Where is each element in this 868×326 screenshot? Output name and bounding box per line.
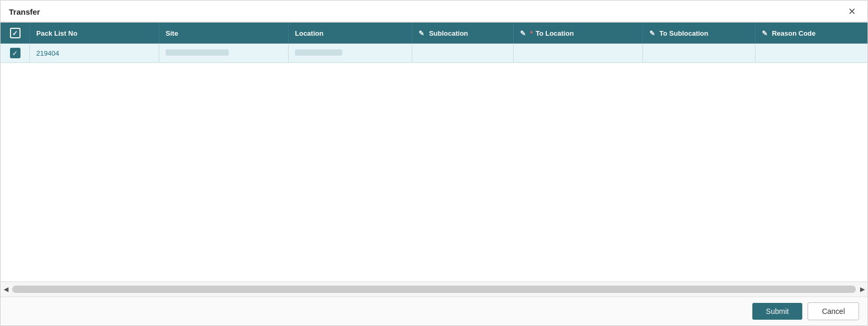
required-star: * (530, 30, 533, 37)
col-pack-list-no-label: Pack List No (36, 29, 77, 37)
col-sublocation: ✎ Sublocation (412, 23, 513, 44)
cell-location (289, 44, 412, 63)
horizontal-scrollbar[interactable]: ◀ ▶ (1, 281, 867, 297)
table-header-row: ✓ Pack List No Site Location ✎ Sublocati… (1, 23, 867, 44)
col-location: Location (289, 23, 412, 44)
col-location-label: Location (295, 29, 323, 37)
modal-title: Transfer (9, 7, 40, 16)
col-reason-code-label: Reason Code (772, 29, 815, 37)
col-to-location-label: To Location (536, 29, 574, 37)
col-sublocation-label: Sublocation (429, 29, 468, 37)
scrollbar-track[interactable] (12, 286, 856, 293)
table-row: ✓ 219404 (1, 44, 867, 63)
modal-footer: Submit Cancel (1, 297, 867, 325)
header-checkbox-cell[interactable]: ✓ (1, 23, 30, 44)
col-site-label: Site (166, 29, 178, 37)
cell-to-location (513, 44, 642, 63)
col-to-sublocation-label: To Sublocation (659, 29, 708, 37)
col-site: Site (159, 23, 289, 44)
select-all-checkbox[interactable]: ✓ (10, 28, 21, 38)
cell-pack-list-no: 219404 (30, 44, 159, 63)
cell-sublocation (412, 44, 513, 63)
pack-list-no-value: 219404 (36, 49, 59, 57)
edit-to-location-icon: ✎ (520, 29, 526, 37)
edit-to-sublocation-icon: ✎ (649, 29, 655, 37)
transfer-table: ✓ Pack List No Site Location ✎ Sublocati… (1, 23, 867, 63)
edit-sublocation-icon: ✎ (418, 29, 424, 37)
cell-to-sublocation (642, 44, 755, 63)
col-to-sublocation: ✎ To Sublocation (642, 23, 755, 44)
cell-reason-code (755, 44, 867, 63)
col-pack-list-no: Pack List No (30, 23, 159, 44)
table-container: ✓ Pack List No Site Location ✎ Sublocati… (1, 22, 867, 281)
cell-site (159, 44, 289, 63)
transfer-modal: Transfer ✕ ✓ Pack List No Site Location (0, 0, 868, 326)
edit-reason-icon: ✎ (762, 29, 768, 37)
site-masked-value (166, 49, 229, 56)
scroll-left-arrow[interactable]: ◀ (1, 284, 11, 295)
location-masked-value (295, 49, 342, 56)
cancel-button[interactable]: Cancel (808, 302, 859, 320)
scroll-right-arrow[interactable]: ▶ (857, 284, 867, 295)
row-checkbox-cell[interactable]: ✓ (1, 44, 30, 63)
col-reason-code: ✎ Reason Code (755, 23, 867, 44)
col-to-location: ✎ * To Location (513, 23, 642, 44)
submit-button[interactable]: Submit (752, 303, 803, 320)
modal-header: Transfer ✕ (1, 1, 867, 22)
close-button[interactable]: ✕ (845, 6, 859, 17)
row-checkbox[interactable]: ✓ (10, 48, 21, 58)
